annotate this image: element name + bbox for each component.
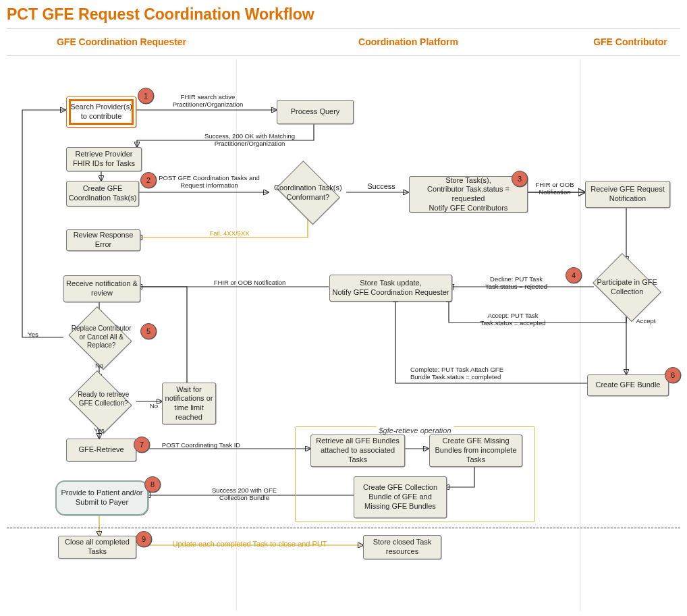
edge-no2: No [146,402,162,410]
step-badge-1: 1 [138,88,154,104]
edge-post-coord: POST Coordinating Task ID [147,441,255,449]
node-conformant: Coordination Task(s) Conformant? [276,161,340,225]
diamond-label: Participate in GFE Collection [589,278,665,297]
edge-accept: Accept [629,317,663,325]
node-close-tasks: Close all completed Tasks [58,536,136,559]
node-create-bundle: Create GFE Bundle [587,374,669,396]
node-gfe-retrieve: GFE-Retrieve [66,439,136,461]
step-badge-2: 2 [140,172,157,188]
lane-header-requester: GFE Coordination Requester [7,36,236,47]
divider [7,55,680,56]
step-badge-8: 8 [144,476,161,493]
divider-dashed [7,528,680,528]
node-store-tasks: Store Task(s), Contributor Task.status =… [409,176,528,213]
diamond-label: Coordination Task(s) Conformant? [273,184,344,202]
step-badge-3: 3 [512,171,528,187]
step-badge-5: 5 [140,323,157,339]
node-receive-request: Receive GFE Request Notification [585,181,670,208]
node-retrieve-ids: Retrieve Provider FHIR IDs for Tasks [66,147,142,171]
edge-accept-put: Accept: PUT Task Task.status = accepted [472,312,553,327]
group-gfe-retrieve-op: $gfe-retieve operation [295,426,535,522]
node-provide-patient: Provide to Patient and/or Submit to Paye… [55,480,148,515]
connectors [0,0,687,616]
lane-header-platform: Coordination Platform [236,36,580,47]
edge-update-close: Update each completed Task to close and … [155,540,344,549]
node-create-tasks: Create GFE Coordination Task(s) [66,181,139,206]
step-badge-6: 6 [665,367,681,383]
edge-yes1: Yes [23,331,43,338]
edge-post-tasks: POST GFE Coordination Tasks and Request … [152,174,267,190]
step-badge-9: 9 [136,531,152,547]
edge-no1: No [91,362,107,369]
node-receive-review: Receive notification & review [63,275,140,302]
page-title: PCT GFE Request Coordination Workflow [7,5,314,24]
node-search-providers: Search Provider(s) to contribute [66,96,136,128]
node-store-closed: Store closed Task resources [363,535,441,559]
edge-decline: Decline: PUT Task Task.status = rejected [476,275,557,291]
node-ready-retrieve: Ready to retrieve GFE Collection? [68,370,132,434]
node-store-update: Store Task update, Notify GFE Coordinati… [329,275,452,302]
node-participate: Participate in GFE Collection [593,253,661,322]
edge-fhir-oob2: FHIR or OOB Notification [196,279,304,286]
node-wait-notify: Wait for notifications or time limit rea… [162,383,216,424]
edge-success-200: Success, 200 OK with Matching Practition… [189,132,310,148]
workflow-diagram: PCT GFE Request Coordination Workflow GF… [0,0,687,616]
edge-fail-4xx: Fail, 4XX/5XX [202,229,256,237]
diamond-label: Replace Contributor or Cancel All & Repl… [67,325,134,350]
group-label: $gfe-retieve operation [376,426,454,435]
node-process-query: Process Query [277,100,354,124]
lane-header-contributor: GFE Contributor [580,36,680,47]
step-badge-4: 4 [566,267,582,283]
divider [7,28,680,29]
edge-yes2: Yes [91,426,107,434]
edge-success: Success [361,182,402,191]
edge-complete: Complete: PUT Task Attach GFE Bundle Tas… [410,366,505,381]
edge-fhir-oob: FHIR or OOB Notification [528,181,582,196]
edge-success-collection: Success 200 with GFE Collection Bundle [200,486,288,502]
node-replace: Replace Contributor or Cancel All & Repl… [68,306,132,370]
edge-fhir-search: FHIR search active Practitioner/Organiza… [161,93,255,109]
node-review-error: Review Response Error [66,229,140,251]
diamond-label: Ready to retrieve GFE Collection? [70,391,136,408]
step-badge-7: 7 [134,437,150,453]
